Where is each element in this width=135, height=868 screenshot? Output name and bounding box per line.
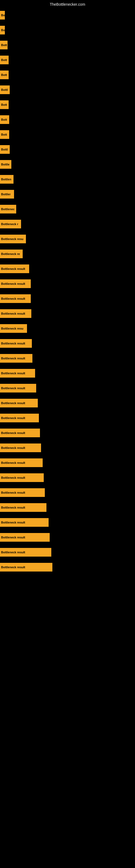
bar-label: Bottl xyxy=(1,148,8,151)
bar-label: Bottleneck result xyxy=(1,386,25,390)
bar-label: Bott xyxy=(1,58,7,62)
bar-label: Bottleneck result xyxy=(1,342,25,345)
bar-item: Bott xyxy=(0,70,9,79)
bar-label: Bottleneck re xyxy=(1,252,20,255)
bar-item: Bottleneck result xyxy=(0,384,36,393)
bar-row: Bottleneck result xyxy=(0,351,135,366)
bar-row: Bottleneck resu xyxy=(0,321,135,336)
bar-item: Bottleneck result xyxy=(0,414,39,422)
bar-item: Bo xyxy=(0,11,5,20)
bar-row: Bottleneck result xyxy=(0,500,135,515)
bar-row: Bottleneck result xyxy=(0,380,135,396)
bar-item: Bottleneck result xyxy=(0,294,31,303)
bar-label: Bo xyxy=(1,13,5,17)
bar-label: Bott xyxy=(1,133,7,136)
bar-row: Bottleneck result xyxy=(0,485,135,500)
bar-label: Bottleneck result xyxy=(1,282,25,285)
bar-label: Bottleneck result xyxy=(1,521,25,524)
bar-label: Bottlen xyxy=(1,178,11,181)
bar-item: Bottleneck result xyxy=(0,548,51,557)
bar-row: Bottl xyxy=(0,142,135,157)
site-title: TheBottlenecker.com xyxy=(0,0,135,8)
bar-row: Bottleneck result xyxy=(0,530,135,545)
bar-item: Bottl xyxy=(0,86,10,94)
bar-label: Bottl xyxy=(1,88,8,91)
bar-row: Bott xyxy=(0,52,135,67)
bar-label: Bottleneck result xyxy=(1,565,25,569)
bar-row: Bottleneck r xyxy=(0,216,135,231)
bar-item: Bottleneck result xyxy=(0,354,32,363)
bar-row: Bottleneck result xyxy=(0,410,135,425)
bar-row: Bottleneck result xyxy=(0,366,135,380)
bar-item: Bott xyxy=(0,115,9,124)
bar-label: Bott xyxy=(1,73,7,76)
bar-item: Bottleneck result xyxy=(0,399,38,407)
bar-row: Bottle xyxy=(0,157,135,172)
bar-item: Bottl xyxy=(0,145,10,154)
bar-item: Bottleneck resu xyxy=(0,324,27,333)
bar-row: Bottlenec xyxy=(0,202,135,216)
bar-row: Bott xyxy=(0,97,135,112)
bar-label: Bottleneck result xyxy=(1,401,25,405)
bar-item: Bo xyxy=(0,26,5,34)
bar-label: Bottleneck result xyxy=(1,536,25,539)
bar-item: Bottleneck result xyxy=(0,369,35,378)
bar-item: Bottleneck re xyxy=(0,250,23,258)
bar-label: Bott xyxy=(1,103,7,106)
bar-row: Bott xyxy=(0,127,135,142)
bar-row: Bottleneck result xyxy=(0,545,135,560)
bar-item: Bottleneck result xyxy=(0,265,29,273)
bar-row: Bottleneck result xyxy=(0,425,135,440)
bar-row: Bottleneck result xyxy=(0,306,135,321)
bar-row: Bott xyxy=(0,37,135,52)
bar-row: Bo xyxy=(0,8,135,23)
bar-item: Bottleneck result xyxy=(0,563,52,571)
bar-row: Bottleneck re xyxy=(0,246,135,261)
bar-row: Bottleneck result xyxy=(0,336,135,351)
bar-row: Bottleneck result xyxy=(0,261,135,276)
bar-label: Bottleneck result xyxy=(1,297,25,300)
bar-label: Bottleneck result xyxy=(1,312,25,315)
bar-label: Bottleneck resu xyxy=(1,237,24,241)
bar-label: Bottleneck result xyxy=(1,431,25,435)
bar-item: Bottle xyxy=(0,160,11,169)
bar-label: Bott xyxy=(1,43,7,46)
bar-item: Bottleneck result xyxy=(0,429,40,437)
bar-item: Bott xyxy=(0,56,9,64)
bar-row: Bott xyxy=(0,67,135,82)
bar-item: Bottlen xyxy=(0,175,13,184)
bars-container: BoBoBottBottBottBottlBottBottBottBottlBo… xyxy=(0,8,135,575)
bar-label: Bottleneck result xyxy=(1,551,25,554)
bar-item: Bottleneck result xyxy=(0,339,32,348)
bar-row: Bottler xyxy=(0,187,135,202)
bar-row: Bottlen xyxy=(0,172,135,187)
bar-row: Bottleneck result xyxy=(0,276,135,291)
bar-label: Bo xyxy=(1,29,5,32)
bar-item: Bottleneck result xyxy=(0,443,41,452)
bar-item: Bottler xyxy=(0,190,14,198)
bar-label: Bottlenec xyxy=(1,208,14,211)
bar-row: Bo xyxy=(0,23,135,37)
bar-row: Bottleneck result xyxy=(0,291,135,306)
bar-label: Bottleneck result xyxy=(1,357,25,360)
bar-item: Bottleneck result xyxy=(0,518,49,527)
bar-label: Bottleneck result xyxy=(1,446,25,450)
bar-item: Bottlenec xyxy=(0,205,16,214)
bar-label: Bottleneck result xyxy=(1,461,25,464)
bar-item: Bottleneck result xyxy=(0,503,46,512)
bar-row: Bottleneck result xyxy=(0,515,135,530)
bar-item: Bottleneck result xyxy=(0,533,50,542)
bar-item: Bott xyxy=(0,41,8,50)
bar-row: Bott xyxy=(0,112,135,127)
bar-row: Bottleneck result xyxy=(0,455,135,470)
bar-label: Bottleneck result xyxy=(1,372,25,375)
bar-row: Bottl xyxy=(0,82,135,97)
bar-label: Bottler xyxy=(1,193,10,196)
bar-item: Bottleneck result xyxy=(0,279,31,288)
bar-label: Bottleneck result xyxy=(1,491,25,494)
bar-label: Bottleneck result xyxy=(1,267,25,271)
bar-item: Bottleneck result xyxy=(0,458,43,467)
bar-item: Bottleneck resu xyxy=(0,235,26,243)
bar-label: Bottleneck result xyxy=(1,506,25,509)
bar-label: Bottleneck resu xyxy=(1,327,24,330)
